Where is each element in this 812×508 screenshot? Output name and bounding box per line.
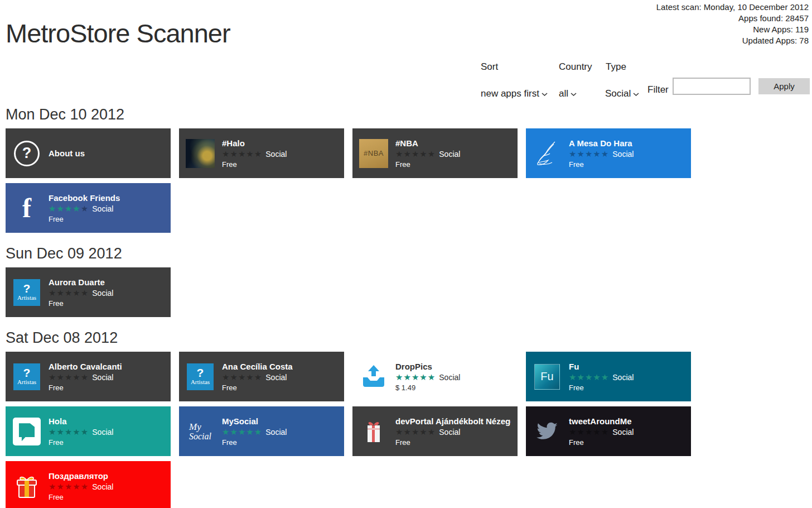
artistas-icon: ?Artistas [13,279,40,306]
app-rating: ★★★★★ Social [395,373,460,382]
app-name: devPortal Ajándékbolt Nézegető [395,416,511,426]
app-name: A Mesa Do Hara [569,138,634,148]
star-empty-icon: ★ [238,149,246,159]
app-tile[interactable]: devPortal Ajándékbolt Nézegető ★★★★★ Soc… [352,406,518,456]
app-icon: ? [12,141,41,166]
app-tile[interactable]: f Facebook Friends ★★★★★ Social Free [6,183,171,233]
chevron-down-icon [542,88,548,99]
app-tile[interactable]: DropPics ★★★★★ Social $ 1.49 [352,352,518,401]
app-category: Social [92,289,113,298]
star-filled-icon: ★ [222,427,230,437]
date-heading: Sun Dec 09 2012 [6,244,812,263]
app-name: DropPics [395,362,460,371]
star-empty-icon: ★ [49,482,56,491]
star-empty-icon: ★ [246,372,254,382]
app-tile[interactable]: tweetAroundMe ★★★★★ Social Free [526,406,691,456]
sort-select[interactable]: new apps first [481,88,548,99]
app-category: Social [265,428,287,437]
star-filled-icon: ★ [246,427,254,437]
star-empty-icon: ★ [395,427,403,437]
app-tile[interactable]: #NBA #NBA ★★★★★ Social Free [352,128,518,178]
country-select[interactable]: all [559,88,577,99]
app-rating: ★★★★★ Social [222,373,293,382]
app-name: #Halo [222,138,287,148]
new-apps-text: New Apps: 119 [656,24,809,35]
rating-stars: ★★★★★ [49,482,89,491]
star-empty-icon: ★ [577,149,584,159]
app-rating: ★★★★★ Social [49,428,113,437]
star-empty-icon: ★ [419,427,427,437]
artistas-icon: ?Artistas [13,363,40,390]
type-label: Type [606,61,626,73]
app-rating: ★★★★★ Social [49,204,120,213]
star-empty-icon: ★ [601,149,609,159]
app-rating: ★★★★★ Social [569,373,634,382]
app-tile[interactable]: ?Artistas Ana Cecília Costa ★★★★★ Social… [179,352,344,401]
app-icon [359,417,388,446]
filter-input[interactable] [673,78,751,95]
date-heading: Mon Dec 10 2012 [6,105,812,124]
app-category: Social [92,428,113,437]
app-icon: MySocial [186,422,215,441]
star-filled-icon: ★ [238,427,246,437]
app-rating: ★★★★★ Social [395,428,511,437]
app-category: Social [265,150,287,159]
star-empty-icon: ★ [569,149,577,159]
app-category: Social [439,373,460,382]
star-empty-icon: ★ [72,372,80,382]
fu-icon: Fu [534,364,560,390]
chat-bubble-icon [13,418,41,445]
app-category: Social [265,373,287,382]
app-rating: ★★★★★ Social [569,428,634,437]
app-icon [186,139,215,168]
star-empty-icon: ★ [222,149,230,159]
apply-button[interactable]: Apply [758,78,810,94]
star-empty-icon: ★ [49,427,56,437]
app-price: Free [49,384,122,392]
app-tile[interactable]: Fu Fu ★★★★★ Social Free [526,352,691,401]
rating-stars: ★★★★★ [49,289,89,297]
star-empty-icon: ★ [254,372,262,382]
app-icon: ?Artistas [186,363,215,390]
star-empty-icon: ★ [419,149,427,159]
rating-stars: ★★★★★ [49,373,89,381]
apps-found-text: Apps found: 28457 [656,13,809,24]
app-name: Поздравлятор [49,471,113,481]
app-tile[interactable]: Поздравлятор ★★★★★ Social Free [6,461,171,508]
app-name: Facebook Friends [49,193,120,203]
gift-box-icon [12,472,41,501]
sort-selected-value: new apps first [481,88,539,99]
app-price: Free [222,384,293,392]
app-tile[interactable]: A Mesa Do Hara ★★★★★ Social Free [526,128,691,178]
app-tile[interactable]: ?Artistas Alberto Cavalcanti ★★★★★ Socia… [6,352,171,401]
app-category: Social [439,150,460,159]
star-empty-icon: ★ [222,372,230,382]
star-empty-icon: ★ [65,372,72,382]
star-empty-icon: ★ [65,482,72,491]
app-tile[interactable]: Hola ★★★★★ Social Free [6,406,171,456]
nba-app-image: #NBA [359,139,388,168]
app-price: Free [395,438,511,447]
app-category: Social [92,373,113,382]
star-filled-icon: ★ [577,372,584,382]
star-empty-icon: ★ [246,149,254,159]
halo-app-image [186,139,215,168]
app-tile[interactable]: #Halo ★★★★★ Social Free [179,128,344,178]
app-rating: ★★★★★ Social [49,289,113,298]
app-tile[interactable]: ?Artistas Aurora Duarte ★★★★★ Social Fre… [6,267,171,317]
app-price: Free [569,384,634,392]
star-filled-icon: ★ [569,372,577,382]
star-empty-icon: ★ [254,149,262,159]
app-icon [533,422,562,441]
star-empty-icon: ★ [72,288,80,298]
star-empty-icon: ★ [81,372,89,382]
star-empty-icon: ★ [56,288,64,298]
star-filled-icon: ★ [585,372,593,382]
star-empty-icon: ★ [49,372,56,382]
app-tile[interactable]: MySocial MySocial ★★★★★ Social Free [179,406,344,456]
app-tile[interactable]: ? About us [6,128,171,178]
type-select[interactable]: Social [605,88,639,99]
page-header: MetroStore Scanner Latest scan: Monday, … [0,0,812,105]
star-empty-icon: ★ [81,427,89,437]
app-price: Free [49,215,120,223]
